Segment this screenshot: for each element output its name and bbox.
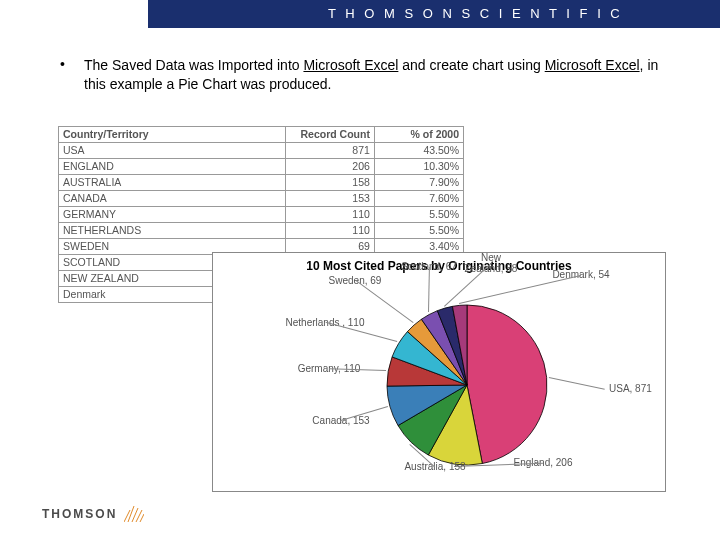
table-cell: ENGLAND [59, 159, 286, 175]
leader-line [459, 275, 581, 304]
chart-panel: 10 Most Cited Papers by Originating Coun… [212, 252, 666, 492]
table-cell: CANADA [59, 191, 286, 207]
sunburst-icon [124, 506, 144, 522]
pie-label: Canada, 153 [312, 416, 369, 427]
bullet-segment: Microsoft Excel [545, 57, 640, 73]
table-row: NETHERLANDS1105.50% [59, 223, 464, 239]
table-cell: 206 [285, 159, 374, 175]
leader-line [549, 377, 605, 390]
bullet-item: • The Saved Data was Imported into Micro… [60, 56, 660, 94]
table-cell: 10.30% [374, 159, 463, 175]
table-cell: NETHERLANDS [59, 223, 286, 239]
header-brand: T H O M S O N S C I E N T I F I C [328, 6, 623, 21]
table-cell: 43.50% [374, 143, 463, 159]
table-cell: 871 [285, 143, 374, 159]
footer-logo: THOMSON [42, 504, 144, 522]
pie-slice [467, 305, 547, 464]
table-row: ENGLAND20610.30% [59, 159, 464, 175]
table-cell: 153 [285, 191, 374, 207]
table-cell: 110 [285, 207, 374, 223]
bullet-marker: • [60, 56, 84, 94]
table-row: USA87143.50% [59, 143, 464, 159]
table-header: Country/Territory [59, 127, 286, 143]
table-row: GERMANY1105.50% [59, 207, 464, 223]
header-bar: T H O M S O N S C I E N T I F I C [148, 0, 720, 28]
logo-text: THOMSON [42, 507, 117, 521]
table-header: Record Count [285, 127, 374, 143]
table-row: AUSTRALIA1587.90% [59, 175, 464, 191]
table-row: CANADA1537.60% [59, 191, 464, 207]
pie-chart [383, 301, 551, 469]
table-cell: AUSTRALIA [59, 175, 286, 191]
bullet-segment: and create chart using [398, 57, 544, 73]
table-cell: 110 [285, 223, 374, 239]
bullet-segment: The Saved Data was Imported into [84, 57, 303, 73]
table-header: % of 2000 [374, 127, 463, 143]
table-cell: GERMANY [59, 207, 286, 223]
table-cell: 5.50% [374, 223, 463, 239]
table-cell: USA [59, 143, 286, 159]
table-cell: 5.50% [374, 207, 463, 223]
table-cell: 7.90% [374, 175, 463, 191]
bullet-segment: Microsoft Excel [303, 57, 398, 73]
bullet-text: The Saved Data was Imported into Microso… [84, 56, 660, 94]
svg-line-4 [140, 514, 144, 522]
table-cell: 7.60% [374, 191, 463, 207]
pie-label: Netherlands , 110 [286, 318, 365, 329]
pie-label: USA, 871 [609, 384, 652, 395]
table-cell: 158 [285, 175, 374, 191]
